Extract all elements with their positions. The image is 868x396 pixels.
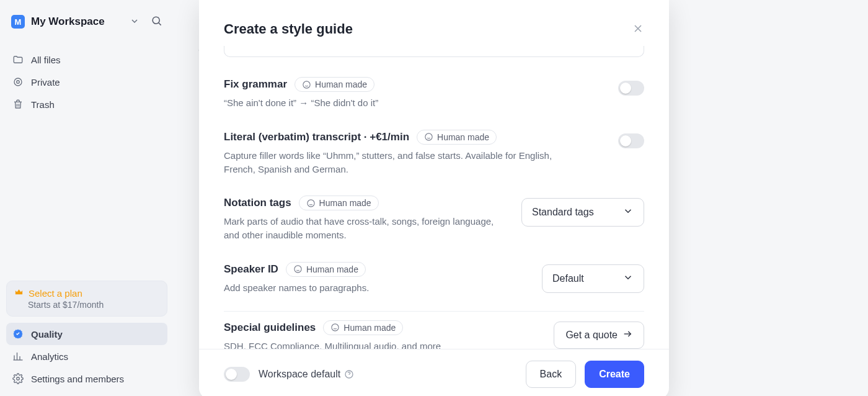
human-made-badge: Human made — [417, 130, 497, 145]
arrow-right-icon — [622, 329, 632, 341]
smiley-icon — [293, 264, 303, 274]
help-icon[interactable] — [344, 369, 354, 379]
select-value: Default — [552, 273, 584, 284]
setting-title: Fix grammar — [224, 78, 287, 91]
fix-grammar-toggle[interactable] — [618, 81, 644, 96]
text-input-partial[interactable] — [224, 46, 644, 57]
notation-tags-select[interactable]: Standard tags — [521, 198, 644, 227]
workspace-default-label: Workspace default — [259, 369, 340, 380]
create-style-guide-modal: Create a style guide Fix grammar Human m… — [199, 0, 669, 396]
modal-title: Create a style guide — [224, 21, 353, 37]
modal-overlay: Create a style guide Fix grammar Human m… — [0, 0, 868, 396]
get-a-quote-button[interactable]: Get a quote — [554, 322, 644, 349]
svg-point-7 — [303, 81, 310, 88]
setting-title: Notation tags — [224, 197, 291, 209]
human-made-badge: Human made — [286, 262, 366, 277]
setting-notation-tags: Notation tags Human made Mark parts of a… — [224, 187, 644, 253]
setting-title: Literal (verbatim) transcript · +€1/min — [224, 131, 409, 143]
smiley-icon — [330, 323, 340, 332]
modal-scroll-area[interactable]: Fix grammar Human made “She ain't done i… — [199, 46, 669, 349]
chevron-down-icon — [622, 205, 634, 219]
close-icon[interactable] — [632, 22, 644, 37]
human-made-badge: Human made — [294, 77, 374, 92]
human-made-badge: Human made — [323, 320, 403, 335]
create-button[interactable]: Create — [585, 361, 644, 388]
setting-desc: Mark parts of audio that have cross-talk… — [224, 215, 509, 242]
speaker-id-select[interactable]: Default — [542, 264, 644, 293]
setting-desc: SDH, FCC Compliance, Multilingual audio,… — [224, 340, 541, 349]
back-button[interactable]: Back — [526, 361, 577, 388]
setting-verbatim: Literal (verbatim) transcript · +€1/min … — [224, 121, 644, 187]
human-made-badge: Human made — [299, 196, 379, 210]
setting-desc: Capture filler words like “Uhmm,” stutte… — [224, 149, 571, 176]
setting-fix-grammar: Fix grammar Human made “She ain't done i… — [224, 68, 644, 121]
setting-desc: Add speaker names to paragraphs. — [224, 281, 529, 295]
workspace-default-toggle[interactable] — [224, 367, 250, 382]
svg-point-11 — [332, 324, 339, 331]
svg-point-8 — [425, 133, 432, 140]
setting-special-guidelines: Special guidelines Human made SDH, FCC C… — [224, 312, 644, 349]
smiley-icon — [302, 80, 311, 89]
modal-footer: Workspace default Back Create — [199, 349, 669, 396]
smiley-icon — [306, 199, 316, 208]
select-value: Standard tags — [532, 207, 594, 218]
setting-speaker-id: Speaker ID Human made Add speaker names … — [224, 253, 644, 306]
setting-desc: “She ain't done it” → “She didn't do it” — [224, 96, 571, 110]
setting-title: Speaker ID — [224, 263, 278, 276]
chevron-down-icon — [622, 272, 634, 286]
smiley-icon — [424, 132, 433, 142]
setting-title: Special guidelines — [224, 322, 316, 334]
svg-point-10 — [294, 266, 301, 272]
svg-point-9 — [307, 200, 314, 207]
verbatim-toggle[interactable] — [618, 133, 644, 148]
button-label: Get a quote — [565, 330, 618, 341]
